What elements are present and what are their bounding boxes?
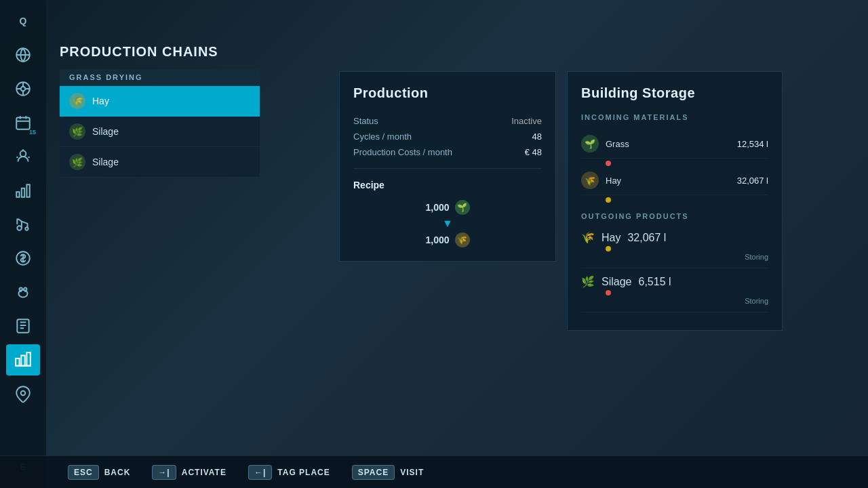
sidebar-item-chart[interactable] [6, 175, 40, 206]
activate-button[interactable]: →| ACTIVATE [152, 465, 226, 480]
outgoing-hay-amount: 32,067 l [627, 232, 666, 244]
sidebar-item-weather[interactable] [6, 141, 40, 172]
svg-rect-15 [16, 359, 19, 366]
chain-item-label: Hay [92, 96, 109, 106]
stat-label-costs: Production Costs / month [353, 147, 452, 157]
stat-value-costs: € 48 [525, 147, 542, 157]
outgoing-silage-amount: 6,515 l [638, 276, 671, 288]
incoming-hay-amount: 32,067 l [737, 176, 768, 186]
storage-title: Building Storage [581, 85, 768, 101]
divider-1 [353, 168, 542, 169]
outgoing-silage-dot [606, 290, 611, 296]
sidebar-item-q[interactable]: Q [6, 5, 40, 37]
stat-label-cycles: Cycles / month [353, 131, 412, 142]
recipe-items: 1,000 🌱 ▼ 1,000 🌾 [353, 200, 542, 247]
svg-rect-5 [16, 192, 19, 197]
recipe-output-icon: 🌾 [455, 232, 470, 247]
silage-icon-2: 🌿 [69, 154, 85, 170]
recipe-section: Recipe 1,000 🌱 ▼ 1,000 🌾 [353, 180, 542, 247]
visit-label: VISIT [400, 468, 424, 477]
back-button[interactable]: ESC BACK [68, 465, 130, 480]
page-title: PRODUCTION CHAINS [60, 44, 260, 60]
sidebar-item-tractor[interactable] [6, 209, 40, 240]
svg-rect-14 [17, 319, 28, 333]
chain-item-hay[interactable]: 🌾 Hay [60, 86, 260, 117]
incoming-hay-dot [606, 197, 611, 203]
outgoing-silage-status: Storing [581, 297, 768, 305]
stat-value-cycles: 48 [532, 131, 542, 142]
stat-row-status: Status Inactive [353, 113, 542, 129]
tag-place-button[interactable]: ←| TAG PLACE [248, 465, 330, 480]
svg-point-18 [21, 391, 26, 396]
sidebar-item-notes[interactable] [6, 310, 40, 342]
visit-button[interactable]: SPACE VISIT [352, 465, 424, 480]
sidebar-item-steering[interactable] [6, 73, 40, 104]
sidebar-item-money[interactable] [6, 243, 40, 274]
svg-rect-17 [26, 352, 30, 366]
recipe-output-row: 1,000 🌾 [425, 232, 469, 247]
outgoing-silage-icon: 🌿 [581, 275, 595, 288]
incoming-grass-row: 🌱 Grass 12,534 l [581, 129, 768, 159]
outgoing-silage-name: Silage [601, 276, 631, 288]
chain-item-silage-2-label: Silage [92, 157, 119, 167]
grass-dot [606, 161, 611, 166]
chain-item-silage-2[interactable]: 🌿 Silage [60, 147, 260, 178]
svg-point-13 [24, 288, 26, 291]
sidebar: Q 15 E [0, 0, 46, 488]
incoming-hay-row: 🌾 Hay 32,067 l [581, 166, 768, 195]
sidebar-item-farm[interactable] [6, 378, 40, 409]
chain-list: 🌾 Hay 🌿 Silage 🌿 Silage [60, 86, 260, 178]
svg-point-4 [20, 150, 26, 157]
production-title: Production [353, 85, 542, 101]
outgoing-hay-row: 🌾 Hay 32,067 l [581, 231, 768, 244]
building-storage-panel: Building Storage INCOMING MATERIALS 🌱 Gr… [567, 71, 783, 331]
incoming-grass-name: Grass [606, 139, 730, 149]
sidebar-item-globe[interactable] [6, 39, 40, 70]
recipe-arrow: ▼ [442, 218, 453, 230]
recipe-output-amount: 1,000 [425, 235, 449, 245]
stat-row-cycles: Cycles / month 48 [353, 129, 542, 144]
stat-value-status: Inactive [511, 116, 542, 126]
recipe-input-amount: 1,000 [425, 202, 449, 213]
incoming-grass-icon: 🌱 [581, 135, 599, 152]
chain-group-label: GRASS DRYING [60, 69, 260, 86]
sidebar-item-production[interactable] [6, 344, 40, 375]
recipe-title: Recipe [353, 180, 542, 190]
outgoing-hay-name: Hay [601, 232, 620, 244]
tag-key: ←| [248, 465, 272, 480]
bottom-bar: ESC BACK →| ACTIVATE ←| TAG PLACE SPACE … [0, 455, 868, 488]
chain-item-silage-1[interactable]: 🌿 Silage [60, 117, 260, 147]
svg-rect-6 [22, 188, 24, 197]
hay-icon: 🌾 [69, 93, 85, 109]
silage-icon-1: 🌿 [69, 123, 85, 140]
incoming-hay-name: Hay [606, 176, 730, 186]
recipe-input-row: 1,000 🌱 [425, 200, 469, 215]
outgoing-hay-icon: 🌾 [581, 231, 595, 244]
stat-label-status: Status [353, 116, 378, 126]
svg-rect-16 [21, 356, 24, 366]
outgoing-label: OUTGOING PRODUCTS [581, 212, 768, 220]
back-label: BACK [104, 468, 131, 477]
esc-key: ESC [68, 465, 99, 480]
incoming-grass-amount: 12,534 l [737, 139, 768, 149]
space-key: SPACE [352, 465, 395, 480]
svg-rect-3 [16, 117, 30, 129]
sidebar-item-animals[interactable] [6, 277, 40, 308]
production-chains-panel: PRODUCTION CHAINS GRASS DRYING 🌾 Hay 🌿 S… [60, 44, 260, 178]
recipe-input-icon: 🌱 [455, 200, 470, 215]
outgoing-hay-status: Storing [581, 253, 768, 261]
activate-label: ACTIVATE [182, 468, 226, 477]
sidebar-item-calendar[interactable]: 15 [6, 107, 40, 138]
production-panel: Production Status Inactive Cycles / mont… [339, 71, 556, 262]
incoming-label: INCOMING MATERIALS [581, 113, 768, 121]
tag-label: TAG PLACE [277, 468, 330, 477]
stat-row-costs: Production Costs / month € 48 [353, 144, 542, 160]
outgoing-silage-block: 🌿 Silage 6,515 l Storing [581, 272, 768, 312]
incoming-hay-icon: 🌾 [581, 171, 599, 189]
activate-key: →| [152, 465, 176, 480]
svg-point-8 [17, 226, 21, 230]
svg-point-2 [21, 87, 26, 92]
outgoing-silage-row: 🌿 Silage 6,515 l [581, 275, 768, 288]
svg-rect-7 [26, 184, 29, 197]
outgoing-hay-dot [606, 246, 611, 251]
